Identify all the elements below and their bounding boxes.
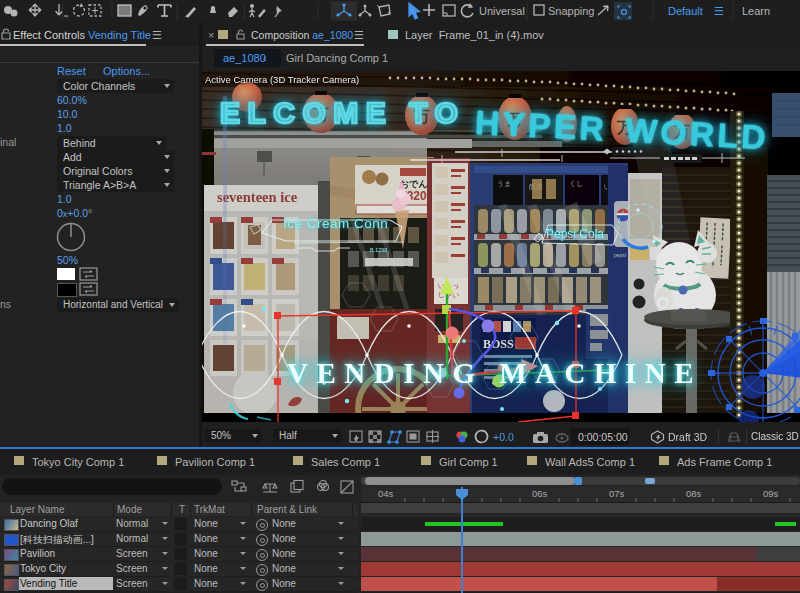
svg-text:09s: 09s xyxy=(763,488,779,499)
svg-text:08s: 08s xyxy=(686,488,702,499)
svg-text:くし: くし xyxy=(569,180,583,188)
svg-text:04s: 04s xyxy=(378,488,394,499)
svg-text:Snapping: Snapping xyxy=(548,5,595,17)
svg-text:06s: 06s xyxy=(532,488,548,499)
svg-text:pepsi: pepsi xyxy=(614,252,626,258)
svg-text:07s: 07s xyxy=(609,488,625,499)
svg-text:Default: Default xyxy=(668,5,703,17)
svg-text:☰: ☰ xyxy=(714,5,724,17)
svg-text:うま: うま xyxy=(497,180,511,188)
svg-text:Universal: Universal xyxy=(479,5,525,17)
svg-text:B.1298: B.1298 xyxy=(370,247,387,253)
svg-text:Learn: Learn xyxy=(742,5,770,17)
